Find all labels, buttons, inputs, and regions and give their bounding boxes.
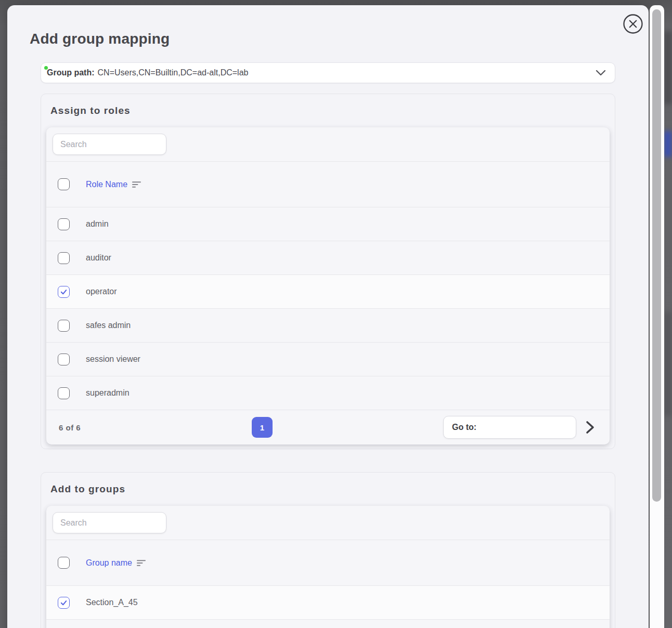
row-label: admin bbox=[86, 219, 109, 229]
select-all-checkbox[interactable] bbox=[58, 178, 70, 190]
scrollbar[interactable] bbox=[650, 5, 664, 628]
group-path-select[interactable]: Group path: CN=Users,CN=Builtin,DC=ad-al… bbox=[41, 62, 615, 83]
roles-table-panel: Role Name adminauditoroperatorsafes admi… bbox=[46, 127, 610, 444]
row-checkbox[interactable] bbox=[58, 286, 70, 298]
group-path-label: Group path: bbox=[47, 68, 95, 77]
roles-search-input[interactable] bbox=[53, 134, 166, 155]
groups-table-overflow bbox=[46, 620, 610, 628]
table-row[interactable]: session viewer bbox=[46, 343, 610, 376]
roles-pagination: 6 of 6 1 Go to: bbox=[46, 410, 610, 444]
column-header-group-name[interactable]: Group name bbox=[86, 558, 146, 568]
groups-table-panel: Group name Section_A_45 bbox=[46, 506, 610, 628]
roles-table-header: Role Name bbox=[46, 162, 610, 207]
page-1-button[interactable]: 1 bbox=[252, 417, 273, 438]
goto-page-input[interactable]: Go to: bbox=[443, 416, 576, 439]
section-title-roles: Assign to roles bbox=[46, 94, 610, 127]
column-header-label: Role Name bbox=[86, 180, 127, 189]
table-row[interactable]: Section_A_45 bbox=[46, 586, 610, 620]
status-dot bbox=[44, 66, 48, 70]
next-page-button[interactable] bbox=[585, 420, 596, 435]
row-label: superadmin bbox=[86, 388, 130, 398]
check-icon bbox=[60, 288, 68, 296]
assign-to-roles-section: Assign to roles Role Name adminauditorop… bbox=[41, 94, 615, 449]
row-checkbox[interactable] bbox=[58, 320, 70, 332]
row-checkbox[interactable] bbox=[58, 387, 70, 399]
table-row[interactable]: safes admin bbox=[46, 309, 610, 343]
roles-search-row bbox=[46, 127, 610, 162]
row-label: operator bbox=[86, 287, 117, 296]
sort-icon bbox=[132, 181, 141, 188]
check-icon bbox=[60, 599, 68, 607]
row-label: session viewer bbox=[86, 355, 140, 364]
backdrop-blur-shape-blue bbox=[664, 131, 672, 157]
groups-table-body: Section_A_45 bbox=[46, 586, 610, 620]
backdrop-blur-shape bbox=[664, 31, 672, 104]
section-title-groups: Add to groups bbox=[46, 473, 610, 506]
add-group-mapping-dialog: Add group mapping Group path: CN=Users,C… bbox=[7, 5, 649, 628]
table-row[interactable]: admin bbox=[46, 207, 610, 241]
column-header-role-name[interactable]: Role Name bbox=[86, 180, 141, 189]
table-row[interactable]: auditor bbox=[46, 241, 610, 275]
row-checkbox[interactable] bbox=[58, 252, 70, 264]
chevron-down-icon bbox=[595, 69, 606, 76]
pagination-range: 6 of 6 bbox=[59, 423, 81, 432]
groups-table-header: Group name bbox=[46, 540, 610, 586]
close-button[interactable] bbox=[623, 14, 643, 34]
groups-search-input[interactable] bbox=[53, 512, 166, 533]
pagination-right-controls: Go to: bbox=[443, 416, 596, 439]
chevron-right-icon bbox=[585, 420, 596, 435]
goto-label: Go to: bbox=[452, 423, 476, 432]
backdrop-blur-shape bbox=[664, 312, 672, 416]
groups-search-row bbox=[46, 506, 610, 540]
table-row[interactable]: superadmin bbox=[46, 376, 610, 410]
row-label: auditor bbox=[86, 253, 111, 263]
table-row[interactable]: operator bbox=[46, 275, 610, 309]
row-checkbox[interactable] bbox=[58, 218, 70, 230]
close-icon bbox=[623, 14, 643, 34]
group-path-value: CN=Users,CN=Builtin,DC=ad-alt,DC=lab bbox=[98, 68, 249, 77]
row-checkbox[interactable] bbox=[58, 354, 70, 365]
row-label: safes admin bbox=[86, 321, 131, 330]
add-to-groups-section: Add to groups Group name Section_A_45 bbox=[41, 472, 615, 628]
sort-icon bbox=[137, 559, 146, 567]
roles-table-body: adminauditoroperatorsafes adminsession v… bbox=[46, 207, 610, 410]
page-title: Add group mapping bbox=[30, 31, 615, 47]
select-all-checkbox[interactable] bbox=[58, 557, 70, 569]
column-header-label: Group name bbox=[86, 558, 132, 568]
scrollbar-thumb[interactable] bbox=[652, 9, 661, 502]
row-label: Section_A_45 bbox=[86, 598, 138, 607]
row-checkbox[interactable] bbox=[58, 597, 70, 609]
